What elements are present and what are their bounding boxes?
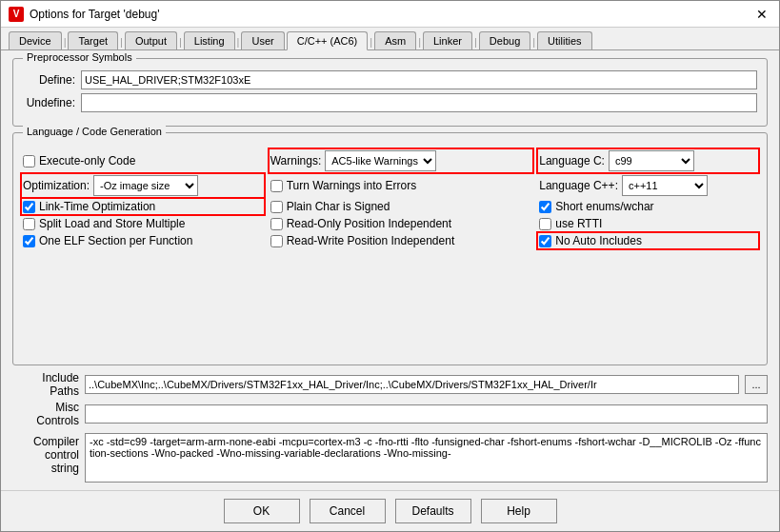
preprocessor-title: Preprocessor Symbols xyxy=(23,51,136,63)
execute-only-item[interactable]: Execute-only Code xyxy=(23,154,263,167)
one-elf-label: One ELF Section per Function xyxy=(39,234,192,247)
tab-listing[interactable]: Listing xyxy=(184,31,235,49)
lang-cpp-select[interactable]: c++11 c++98 c++14 c++17 xyxy=(622,175,708,196)
lang-c-select[interactable]: c99 c90 c11 gnu99 xyxy=(609,150,694,171)
compiler-section: Compilercontrolstring -xc -std=c99 -targ… xyxy=(12,433,768,483)
split-load-item[interactable]: Split Load and Store Multiple xyxy=(23,217,263,230)
short-enums-section: Short enums/wchar xyxy=(539,200,757,213)
misc-row: MiscControls xyxy=(12,401,768,427)
readonly-pos-item[interactable]: Read-Only Position Independent xyxy=(270,217,532,230)
lang-row1: Execute-only Code Warnings: AC5-like War… xyxy=(23,150,757,171)
plain-char-checkbox[interactable] xyxy=(270,201,283,213)
close-button[interactable]: ✕ xyxy=(752,5,771,24)
browse-button[interactable]: ... xyxy=(745,375,768,394)
one-elf-checkbox[interactable] xyxy=(23,235,35,247)
plain-char-item[interactable]: Plain Char is Signed xyxy=(270,200,532,213)
app-icon: V xyxy=(9,7,24,22)
warnings-group: Warnings: AC5-like Warnings No Warnings … xyxy=(270,150,532,171)
use-rtti-checkbox[interactable] xyxy=(539,218,551,230)
tab-divider-3: | xyxy=(179,36,182,49)
one-elf-item[interactable]: One ELF Section per Function xyxy=(23,234,263,247)
use-rtti-item[interactable]: use RTTI xyxy=(539,217,757,230)
define-label: Define: xyxy=(23,73,75,87)
tab-asm[interactable]: Asm xyxy=(374,31,416,49)
split-load-section: Split Load and Store Multiple xyxy=(23,217,263,230)
title-bar: V Options for Target 'debug' ✕ xyxy=(1,1,779,28)
optimization-select[interactable]: -Oz image size -O0 -O1 -O2 -O3 xyxy=(93,175,198,196)
misc-label: MiscControls xyxy=(12,401,79,427)
lang-c-section: Language C: c99 c90 c11 gnu99 xyxy=(539,150,757,171)
split-load-label: Split Load and Store Multiple xyxy=(39,217,185,230)
tab-target[interactable]: Target xyxy=(68,31,118,49)
turn-warnings-checkbox[interactable] xyxy=(270,180,283,192)
bottom-bar: OK Cancel Defaults Help xyxy=(1,490,779,531)
language-group: Language / Code Generation Execute-only … xyxy=(12,132,768,365)
readwrite-pos-item[interactable]: Read-Write Position Independent xyxy=(270,234,532,247)
include-section: IncludePaths ... MiscControls xyxy=(12,371,768,427)
no-auto-label: No Auto Includes xyxy=(555,234,642,247)
cancel-button[interactable]: Cancel xyxy=(310,499,386,523)
tab-utilities[interactable]: Utilities xyxy=(537,31,591,49)
short-enums-item[interactable]: Short enums/wchar xyxy=(539,200,757,213)
no-auto-checkbox[interactable] xyxy=(539,235,551,247)
readwrite-pos-section: Read-Write Position Independent xyxy=(270,234,532,247)
include-paths-row: IncludePaths ... xyxy=(12,371,768,398)
main-content: Preprocessor Symbols Define: Undefine: L… xyxy=(1,50,779,490)
warnings-section: Warnings: AC5-like Warnings No Warnings … xyxy=(270,150,532,171)
misc-input[interactable] xyxy=(85,404,768,424)
one-elf-section: One ELF Section per Function xyxy=(23,234,263,247)
preprocessor-group: Preprocessor Symbols Define: Undefine: xyxy=(12,58,768,127)
tab-user[interactable]: User xyxy=(241,31,284,49)
lang-cpp-section: Language C++: c++11 c++98 c++14 c++17 xyxy=(539,175,757,196)
readonly-pos-section: Read-Only Position Independent xyxy=(270,217,532,230)
no-auto-item[interactable]: No Auto Includes xyxy=(539,234,757,247)
warnings-select[interactable]: AC5-like Warnings No Warnings All Warnin… xyxy=(325,150,436,171)
main-window: V Options for Target 'debug' ✕ Device | … xyxy=(0,0,780,532)
lang-row3: Link-Time Optimization Plain Char is Sig… xyxy=(23,200,757,213)
include-paths-input[interactable] xyxy=(85,375,739,394)
readonly-pos-checkbox[interactable] xyxy=(270,218,283,230)
tab-divider-2: | xyxy=(120,36,123,49)
tab-cpp[interactable]: C/C++ (AC6) xyxy=(287,31,369,50)
tab-output[interactable]: Output xyxy=(125,31,177,49)
window-title: Options for Target 'debug' xyxy=(30,8,159,21)
use-rtti-section: use RTTI xyxy=(539,217,757,230)
undefine-row: Undefine: xyxy=(23,93,757,112)
title-bar-left: V Options for Target 'debug' xyxy=(9,7,159,22)
tab-bar: Device | Target | Output | Listing | Use… xyxy=(1,28,779,50)
optimization-section: Optimization: -Oz image size -O0 -O1 -O2… xyxy=(23,175,263,196)
ok-button[interactable]: OK xyxy=(224,499,300,523)
undefine-input[interactable] xyxy=(81,93,757,112)
tab-device[interactable]: Device xyxy=(9,31,62,49)
defaults-button[interactable]: Defaults xyxy=(395,499,471,523)
warnings-label: Warnings: xyxy=(270,154,322,167)
execute-only-label: Execute-only Code xyxy=(39,154,135,167)
tab-divider-8: | xyxy=(532,36,535,49)
readwrite-pos-label: Read-Write Position Independent xyxy=(287,234,455,247)
lang-c-group: Language C: c99 c90 c11 gnu99 xyxy=(539,150,757,171)
tab-linker[interactable]: Linker xyxy=(423,31,472,49)
use-rtti-label: use RTTI xyxy=(555,217,602,230)
lang-cpp-group: Language C++: c++11 c++98 c++14 c++17 xyxy=(539,175,757,196)
define-input[interactable] xyxy=(81,70,757,89)
tab-debug[interactable]: Debug xyxy=(479,31,530,49)
execute-only-section: Execute-only Code xyxy=(23,154,263,167)
execute-only-checkbox[interactable] xyxy=(23,155,35,167)
readwrite-pos-checkbox[interactable] xyxy=(270,235,283,247)
lang-row5: One ELF Section per Function Read-Write … xyxy=(23,234,757,247)
tab-divider-7: | xyxy=(474,36,477,49)
tab-divider-1: | xyxy=(64,36,67,49)
link-time-checkbox[interactable] xyxy=(23,201,35,213)
tab-divider-6: | xyxy=(418,36,421,49)
link-time-label: Link-Time Optimization xyxy=(39,200,155,213)
lang-row2: Optimization: -Oz image size -O0 -O1 -O2… xyxy=(23,175,757,196)
turn-warnings-item[interactable]: Turn Warnings into Errors xyxy=(270,179,532,192)
link-time-item[interactable]: Link-Time Optimization xyxy=(23,200,263,213)
plain-char-label: Plain Char is Signed xyxy=(287,200,390,213)
short-enums-checkbox[interactable] xyxy=(539,201,551,213)
optimization-label: Optimization: xyxy=(23,179,90,192)
define-row: Define: xyxy=(23,70,757,89)
help-button[interactable]: Help xyxy=(481,499,557,523)
link-time-section: Link-Time Optimization xyxy=(23,200,263,213)
split-load-checkbox[interactable] xyxy=(23,218,35,230)
